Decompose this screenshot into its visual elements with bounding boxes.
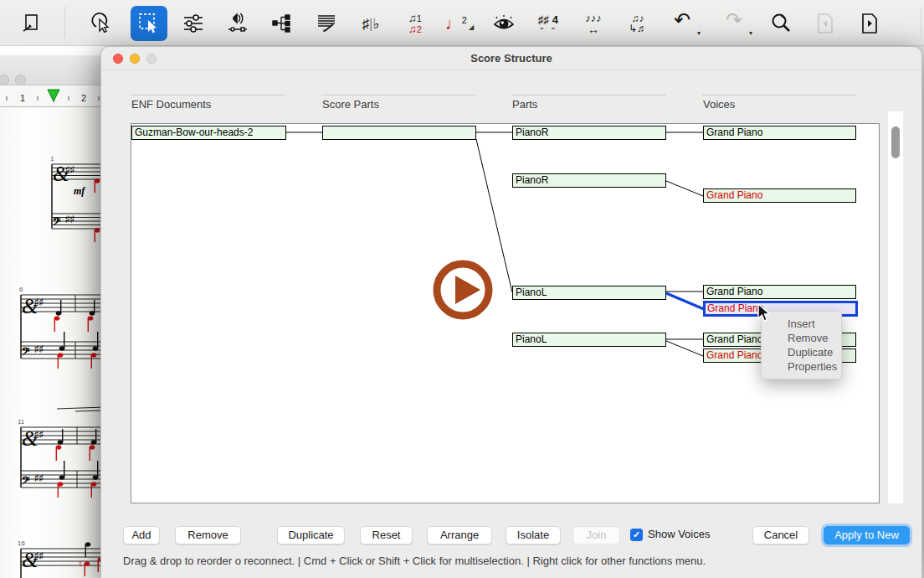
isolate-button[interactable]: Isolate xyxy=(506,526,561,544)
note-spacing-icon[interactable]: ♪♪♪ ↔ xyxy=(575,6,612,41)
sharp-glyph: ♯ xyxy=(362,16,370,32)
visibility-eye-icon[interactable] xyxy=(485,6,522,41)
vertical-scrollbar[interactable] xyxy=(888,111,903,503)
score-page: 1 & ♯♯ ♯♯ 𝄢 mf 6 & ♯♯ xyxy=(0,107,105,578)
note-shift-icon[interactable]: ♫♪ ↳♬ xyxy=(619,6,656,41)
left-right-arrow: ↔ xyxy=(588,23,599,35)
show-voices-label[interactable]: Show Voices xyxy=(648,528,710,540)
key-time-signature-icon[interactable]: ♯♯ 4 ﹦ ﹦ xyxy=(530,6,567,41)
context-menu-item-properties[interactable]: Properties xyxy=(762,359,841,374)
score-window: 1 2 1 & ♯♯ ♯♯ 𝄢 mf xyxy=(0,46,105,578)
signature-row2: ﹦ ﹦ xyxy=(538,25,558,33)
score-window-titlebar xyxy=(0,55,105,85)
apply-to-new-button[interactable]: Apply to New xyxy=(824,526,910,544)
column-header-voices: Voices xyxy=(703,98,735,111)
bass-clef-6: 𝄢 xyxy=(22,346,30,359)
redo-icon[interactable]: ↷▾ xyxy=(716,6,752,41)
page-previous-icon xyxy=(807,6,844,41)
context-menu: Insert Remove Duplicate Properties xyxy=(761,311,842,379)
inactive-window-button[interactable] xyxy=(0,75,9,85)
score-structure-dialog: Score Structure ENF Documents Score Part… xyxy=(100,46,922,578)
part-node-pianor-1[interactable]: PianoR xyxy=(512,126,666,140)
undo-caret[interactable]: ▾ xyxy=(697,30,701,37)
zoom-tool-icon[interactable] xyxy=(762,6,799,41)
column-divider[interactable] xyxy=(511,95,666,95)
structure-tree-icon[interactable] xyxy=(264,6,300,41)
mixer-sliders-icon[interactable] xyxy=(175,6,212,41)
enf-document-node[interactable]: Guzman-Bow-our-heads-2 xyxy=(131,126,286,140)
redo-caret: ▾ xyxy=(749,30,752,37)
measure-number-11: 11 xyxy=(18,418,25,426)
cancel-button[interactable]: Cancel xyxy=(752,526,809,544)
redo-glyph: ↷ xyxy=(726,10,742,30)
bass-clef-1: 𝄢 xyxy=(53,216,61,230)
part-node-pianol-1[interactable]: PianoL xyxy=(512,286,666,300)
text-lines-edit-icon[interactable] xyxy=(308,6,345,41)
ruler: 1 2 xyxy=(0,85,105,107)
part-node-pianor-2[interactable]: PianoR xyxy=(512,173,666,188)
main-toolbar: ♯|♭ ♫1 ♫2 ♩2◢ ♯♯ 4 ﹦ ﹦ xyxy=(0,0,924,46)
add-button[interactable]: Add xyxy=(123,526,160,544)
context-menu-item-insert[interactable]: Insert xyxy=(762,317,841,331)
column-header-score-parts: Score Parts xyxy=(322,98,379,111)
dialog-titlebar[interactable]: Score Structure xyxy=(101,47,921,70)
marquee-select-icon[interactable] xyxy=(131,6,167,41)
app-screen: ♯|♭ ♫1 ♫2 ♩2◢ ♯♯ 4 ﹦ ﹦ xyxy=(0,0,924,578)
dynamic-mf: mf xyxy=(74,185,85,197)
ruler-position-marker[interactable] xyxy=(48,90,59,101)
measure-number-16: 16 xyxy=(18,539,25,547)
flat-glyph: ♭ xyxy=(372,16,379,32)
voice-number-2-icon[interactable]: ♩2◢ xyxy=(441,6,478,41)
key-signature-11b: ♯♯ xyxy=(34,472,44,483)
voice-node-grand-piano-1[interactable]: Grand Piano xyxy=(703,126,856,140)
selected-connection-line xyxy=(666,293,704,309)
shift-notes-bottom: ↳♬ xyxy=(629,23,647,34)
svg-text:♮: ♮ xyxy=(79,559,82,569)
voice2-super: 2 xyxy=(462,15,467,25)
arrange-button[interactable]: Arrange xyxy=(427,526,492,544)
join-button: Join xyxy=(572,526,620,544)
ruler-number-1: 1 xyxy=(20,93,25,103)
undo-glyph: ↶ xyxy=(674,10,690,30)
key-signature-1b: ♯♯ xyxy=(65,214,75,224)
inactive-window-button[interactable] xyxy=(15,75,26,85)
show-voices-checkbox[interactable]: ✓ xyxy=(630,529,643,541)
key-signature-11: ♯♯ xyxy=(34,429,44,439)
accidentals-icon[interactable]: ♯|♭ xyxy=(352,6,389,41)
voice-node-grand-piano-2[interactable]: Grand Piano xyxy=(703,188,856,203)
play-video-button[interactable] xyxy=(432,259,494,321)
column-divider[interactable] xyxy=(321,95,476,95)
notes-row: ♪♪♪ xyxy=(585,13,602,23)
voice-node-grand-piano-3[interactable]: Grand Piano xyxy=(703,285,856,299)
context-menu-item-remove[interactable]: Remove xyxy=(762,331,841,345)
playback-sound-icon[interactable] xyxy=(219,6,256,41)
voice2-number: 2 xyxy=(417,24,422,34)
key-signature-6: ♯♯ xyxy=(34,297,44,307)
bass-clef-11: 𝄢 xyxy=(22,475,30,488)
toolbar-separator xyxy=(64,7,65,39)
remove-button[interactable]: Remove xyxy=(175,526,241,544)
ruler-number-2: 2 xyxy=(81,93,86,103)
lasso-pointer-icon[interactable] xyxy=(82,6,119,41)
column-header-parts: Parts xyxy=(512,98,537,111)
score-part-node[interactable] xyxy=(322,126,476,140)
column-header-enf-documents: ENF Documents xyxy=(131,98,211,111)
undo-icon[interactable]: ↶▾ xyxy=(664,6,701,41)
voice1-number: 1 xyxy=(417,13,422,23)
column-divider[interactable] xyxy=(131,95,285,95)
scrollbar-thumb[interactable] xyxy=(891,126,900,158)
voice-colors-1-2-icon[interactable]: ♫1 ♫2 xyxy=(397,6,434,41)
column-divider[interactable] xyxy=(702,95,857,95)
page-next-icon[interactable] xyxy=(851,6,888,41)
context-menu-item-duplicate[interactable]: Duplicate xyxy=(762,345,841,359)
key-signature-1: ♯♯ xyxy=(65,164,75,174)
document-edit-icon[interactable] xyxy=(13,6,50,41)
measure-number-6: 6 xyxy=(19,286,23,293)
key-signature-6b: ♯♯ xyxy=(34,343,44,354)
key-signature-16: ♯♯ xyxy=(34,550,44,560)
reset-button[interactable]: Reset xyxy=(360,526,413,544)
duplicate-button[interactable]: Duplicate xyxy=(277,526,345,544)
structure-canvas: Guzman-Bow-our-heads-2 PianoR PianoR Pia… xyxy=(131,123,880,503)
dialog-title: Score Structure xyxy=(101,52,921,65)
part-node-pianol-2[interactable]: PianoL xyxy=(512,333,666,347)
